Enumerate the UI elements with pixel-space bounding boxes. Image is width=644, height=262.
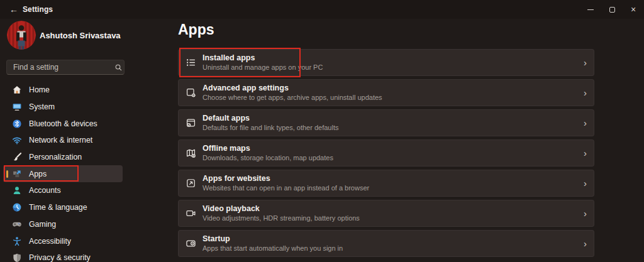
sidebar-item-label: Network & internet [29,136,92,145]
row-title: Default apps [203,114,338,123]
back-button[interactable]: ← [5,1,23,18]
sidebar-item-label: Gaming [29,220,56,229]
apps-for-websites-icon [186,178,196,188]
network-icon [12,135,22,145]
sidebar-item-personalization[interactable]: Personalization [3,149,123,166]
sidebar-item-system[interactable]: System [3,99,123,116]
minimize-icon [587,9,594,10]
system-icon [12,102,22,112]
row-subtitle: Downloads, storage location, map updates [203,154,333,162]
sidebar-item-label: Bluetooth & devices [29,119,97,128]
row-offline-maps[interactable]: Offline mapsDownloads, storage location,… [178,139,594,166]
sidebar-item-gaming[interactable]: Gaming [3,216,123,233]
row-title: Offline maps [203,144,333,153]
user-name: Ashutosh Srivastava [40,31,121,40]
sidebar-item-label: System [29,102,55,111]
search-icon[interactable] [114,63,123,72]
offline-maps-icon [186,148,196,158]
search-box [6,60,125,75]
row-installed-apps[interactable]: Installed appsUninstall and manage apps … [178,49,594,76]
row-title: Advanced app settings [203,84,382,93]
row-subtitle: Apps that start automatically when you s… [203,244,343,253]
row-default-apps[interactable]: Default appsDefaults for file and link t… [178,109,594,136]
chevron-right-icon: › [584,207,587,218]
row-advanced-app-settings[interactable]: Advanced app settingsChoose where to get… [178,79,594,106]
minimize-button[interactable] [580,0,601,19]
startup-icon [186,238,196,249]
row-apps-for-websites[interactable]: Apps for websitesWebsites that can open … [178,170,594,197]
chevron-right-icon: › [584,87,587,97]
sidebar-item-accessibility[interactable]: Accessibility [3,232,123,249]
chevron-right-icon: › [584,237,587,248]
window-controls: × [580,0,644,19]
accessibility-icon [12,236,22,246]
avatar [7,21,36,50]
chevron-right-icon: › [584,147,587,158]
sidebar-item-home[interactable]: Home [3,82,123,99]
sidebar-item-privacy-security[interactable]: Privacy & security [3,249,123,262]
sidebar-item-label: Accessibility [29,237,71,246]
default-apps-icon [186,117,196,128]
sidebar-item-label: Apps [29,170,47,178]
sidebar-item-label: Time & language [29,203,87,212]
chevron-right-icon: › [584,177,587,188]
row-title: Video playback [203,204,360,214]
page-title: Apps [178,21,214,38]
back-arrow-icon: ← [9,4,18,14]
row-subtitle: Choose where to get apps, archive apps, … [203,94,382,102]
bluetooth-icon [12,119,22,129]
close-icon: × [631,5,636,14]
personalization-icon [12,152,22,162]
row-title: Startup [203,234,343,244]
sidebar-nav: Home System Bluetooth & devices Network … [3,82,123,262]
row-startup[interactable]: StartupApps that start automatically whe… [178,230,594,257]
apps-icon [12,169,22,179]
window-title: Settings [23,5,53,14]
row-title: Installed apps [203,53,323,63]
sidebar-item-network-internet[interactable]: Network & internet [3,132,123,149]
advanced-app-settings-icon [186,87,196,98]
row-subtitle: Websites that can open in an app instead… [203,184,369,192]
sidebar-item-accounts[interactable]: Accounts [3,182,123,199]
sidebar-item-label: Personalization [29,153,82,161]
sidebar-item-label: Home [29,85,50,94]
sidebar-item-apps[interactable]: Apps [3,165,123,182]
sidebar-item-time-language[interactable]: Time & language [3,199,123,216]
row-video-playback[interactable]: Video playbackVideo adjustments, HDR str… [178,200,594,227]
sidebar-item-label: Privacy & security [29,253,91,262]
row-subtitle: Video adjustments, HDR streaming, batter… [203,214,360,222]
gaming-icon [12,219,22,229]
chevron-right-icon: › [584,57,587,67]
sidebar-item-bluetooth-devices[interactable]: Bluetooth & devices [3,115,123,132]
time-language-icon [12,202,22,212]
row-subtitle: Uninstall and manage apps on your PC [203,63,323,72]
maximize-icon [609,7,615,13]
accounts-icon [12,185,22,195]
installed-apps-icon [186,57,196,68]
titlebar: ← Settings × [0,0,644,19]
settings-rows: Installed appsUninstall and manage apps … [178,49,594,260]
sidebar-item-label: Accounts [29,186,61,195]
row-title: Apps for websites [203,174,369,183]
privacy-security-icon [12,253,22,262]
close-button[interactable]: × [623,0,644,19]
maximize-button[interactable] [601,0,623,19]
search-input[interactable] [7,63,114,72]
video-playback-icon [186,208,196,219]
row-subtitle: Defaults for file and link types, other … [203,124,338,132]
chevron-right-icon: › [584,117,587,128]
home-icon [12,85,22,95]
